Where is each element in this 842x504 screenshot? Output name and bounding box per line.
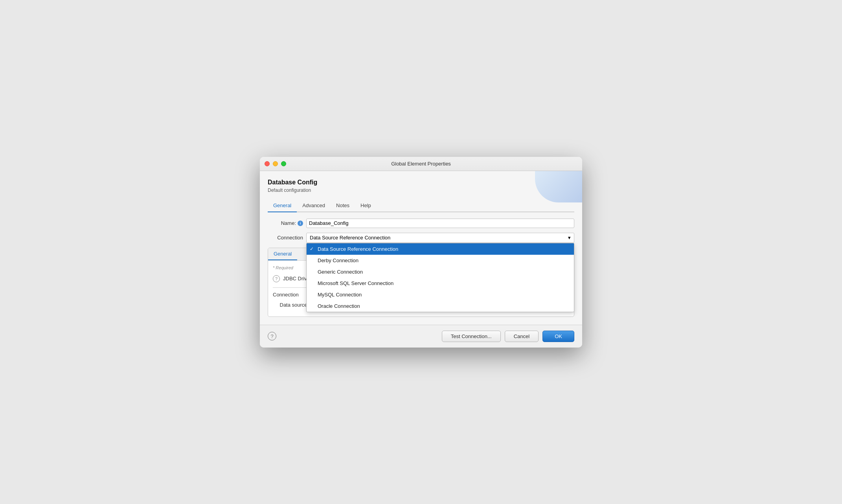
info-icon: i: [298, 221, 303, 226]
dialog-title: Database Config: [268, 179, 574, 186]
minimize-button[interactable]: [273, 161, 278, 166]
close-button[interactable]: [265, 161, 270, 166]
bottom-buttons: Test Connection... Cancel OK: [442, 331, 574, 342]
connection-row: Connection Data Source Reference Connect…: [268, 233, 574, 243]
inner-tab-general[interactable]: General: [268, 248, 297, 260]
check-mark-icon: ✓: [310, 246, 314, 252]
ok-button[interactable]: OK: [542, 331, 574, 342]
connection-select[interactable]: Data Source Reference Connection ▾: [306, 233, 574, 243]
bottom-help-icon[interactable]: ?: [268, 332, 276, 340]
name-label-text: Name:: [281, 220, 296, 226]
main-tabs: General Advanced Notes Help: [268, 199, 574, 212]
cancel-button[interactable]: Cancel: [505, 331, 539, 342]
connection-selected-value: Data Source Reference Connection: [310, 235, 390, 241]
dropdown-item-mssql[interactable]: Microsoft SQL Server Connection: [307, 278, 574, 289]
dialog-window: Global Element Properties Database Confi…: [260, 157, 582, 348]
dialog-subtitle: Default configuration: [268, 188, 574, 193]
dropdown-item-label: Microsoft SQL Server Connection: [318, 280, 393, 286]
chevron-down-icon: ▾: [568, 235, 571, 241]
traffic-lights: [265, 161, 286, 166]
titlebar: Global Element Properties: [260, 157, 582, 171]
connection-select-wrapper: Data Source Reference Connection ▾ ✓ Dat…: [306, 233, 574, 243]
dropdown-item-mysql[interactable]: MySQL Connection: [307, 289, 574, 300]
bottom-bar: ? Test Connection... Cancel OK: [260, 325, 582, 348]
window-body: Database Config Default configuration Ge…: [260, 171, 582, 325]
connection-dropdown: ✓ Data Source Reference Connection Derby…: [306, 243, 574, 312]
dropdown-item-oracle[interactable]: Oracle Connection: [307, 300, 574, 312]
dropdown-item-generic[interactable]: Generic Connection: [307, 266, 574, 278]
dropdown-item-dsrc[interactable]: ✓ Data Source Reference Connection: [307, 243, 574, 255]
dropdown-item-label: Data Source Reference Connection: [318, 246, 398, 252]
tab-advanced[interactable]: Advanced: [297, 199, 331, 212]
tab-general[interactable]: General: [268, 199, 297, 212]
dropdown-item-label: MySQL Connection: [318, 292, 362, 298]
name-label: Name: i: [268, 220, 303, 226]
dropdown-item-label: Oracle Connection: [318, 303, 360, 309]
tab-help[interactable]: Help: [355, 199, 377, 212]
name-row: Name: i: [268, 219, 574, 228]
dropdown-item-label: Generic Connection: [318, 269, 363, 275]
tab-notes[interactable]: Notes: [331, 199, 355, 212]
maximize-button[interactable]: [281, 161, 286, 166]
dropdown-item-derby[interactable]: Derby Connection: [307, 255, 574, 266]
dropdown-item-label: Derby Connection: [318, 258, 358, 263]
name-input[interactable]: [306, 219, 574, 228]
connection-label: Connection: [268, 235, 303, 241]
window-title: Global Element Properties: [391, 161, 451, 167]
test-connection-button[interactable]: Test Connection...: [442, 331, 501, 342]
jdbc-help-icon[interactable]: ?: [273, 275, 280, 282]
